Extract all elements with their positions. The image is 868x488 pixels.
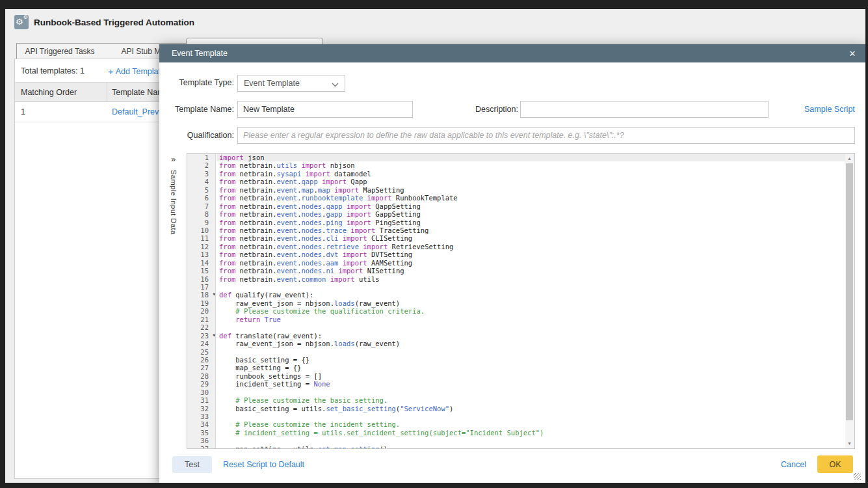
code-line[interactable]: 31 # Please customize the basic setting. [187,396,854,404]
qualification-label: Qualification: [163,131,234,140]
code-line[interactable]: 23▾def translate(raw_event): [187,332,854,340]
code-line[interactable]: 11from netbrain.event.nodes.cli import C… [187,234,854,242]
script-editor[interactable]: 1import json2from netbrain.utils import … [187,153,855,449]
code-line[interactable]: 4from netbrain.event.qapp import Qapp [187,178,854,185]
reset-script-link[interactable]: Reset Script to Default [223,460,304,469]
event-template-dialog: Event Template ✕ Template Type: Event Te… [159,44,865,483]
qualification-input[interactable] [237,127,855,144]
template-name-label: Template Name: [163,105,234,114]
code-line[interactable]: 20 # Please customize the qualification … [187,307,854,315]
code-line[interactable]: 19 raw_event_json = nbjson.loads(raw_eve… [187,299,854,307]
tab-api-triggered-tasks[interactable]: API Triggered Tasks [16,43,103,59]
code-line[interactable]: 36 [187,437,854,444]
code-line[interactable]: 9from netbrain.event.nodes.ping import P… [187,219,854,226]
code-line[interactable]: 35 # incident_setting = utils.set_incide… [187,429,854,437]
code-line[interactable]: 25 [187,348,854,356]
column-template-name: Template Nam [112,88,164,97]
dialog-header: Event Template ✕ [159,44,865,62]
code-line[interactable]: 21 return True [187,316,854,323]
dialog-title: Event Template [172,49,228,58]
code-line[interactable]: 17 [187,283,854,291]
code-line[interactable]: 29 incident_setting = None [187,380,854,388]
sample-script-link[interactable]: Sample Script [804,105,855,114]
template-type-label: Template Type: [163,78,234,87]
template-name-input[interactable] [237,101,413,118]
resize-handle[interactable] [854,473,861,480]
column-matching-order: Matching Order [21,88,77,97]
add-template-button[interactable]: +Add Templat [108,66,161,77]
chevron-down-icon [332,83,339,87]
scroll-up-icon[interactable]: ▲ [845,154,854,163]
scrollbar-thumb[interactable] [846,163,853,420]
plus-icon: + [108,66,114,77]
code-line[interactable]: 18▾def qualify(raw_event): [187,291,854,299]
code-line[interactable]: 13from netbrain.event.nodes.dvt import D… [187,251,854,258]
template-type-select[interactable]: Event Template [237,75,345,92]
code-line[interactable]: 16from netbrain.event.common import util… [187,275,854,283]
code-line[interactable]: 32 basic_setting = utils.set_basic_setti… [187,405,854,413]
expand-panel-icon[interactable]: » [171,154,176,164]
code-line[interactable]: 10from netbrain.event.nodes.trace import… [187,226,854,234]
code-line[interactable]: 6from netbrain.event.runbooktemplate imp… [187,194,854,202]
runbook-automation-icon: ⚙ ⚙ [14,15,29,29]
code-lines: 1import json2from netbrain.utils import … [187,154,854,449]
code-line[interactable]: 37 map_setting = utils.set_map_setting() [187,445,854,449]
test-button[interactable]: Test [172,456,212,473]
code-line[interactable]: 3from netbrain.sysapi import datamodel [187,170,854,178]
template-name-link[interactable]: Default_Prever [112,107,166,116]
total-templates-label: Total templates: 1 [21,66,85,75]
page-title: Runbook-Based Triggered Automation [34,18,194,27]
code-line[interactable]: 22 [187,323,854,331]
code-line[interactable]: 15from netbrain.event.nodes.ni import NI… [187,267,854,275]
code-line[interactable]: 7from netbrain.event.nodes.qapp import Q… [187,202,854,210]
code-line[interactable]: 2from netbrain.utils import nbjson [187,161,854,169]
code-line[interactable]: 8from netbrain.event.nodes.gapp import G… [187,210,854,218]
description-input[interactable] [520,101,769,118]
code-line[interactable]: 12from netbrain.event.nodes.retrieve imp… [187,243,854,251]
editor-scrollbar[interactable]: ▲ ▼ [845,154,854,448]
application-window: ⚙ ⚙ Runbook-Based Triggered Automation A… [5,9,865,483]
code-line[interactable]: 24 raw_event_json = nbjson.loads(raw_eve… [187,340,854,347]
code-line[interactable]: 14from netbrain.event.nodes.aam import A… [187,259,854,267]
cancel-button[interactable]: Cancel [781,460,806,469]
code-line[interactable]: 30 [187,388,854,396]
code-line[interactable]: 1import json [187,154,854,161]
code-line[interactable]: 5from netbrain.event.map.map import MapS… [187,186,854,194]
description-label: Description: [432,105,518,114]
sample-input-data-tab[interactable]: Sample Input Data [170,170,178,235]
code-line[interactable]: 27 map_setting = {} [187,364,854,372]
gear-icon: ⚙ [16,18,23,26]
scroll-down-icon[interactable]: ▼ [845,439,854,448]
ok-button[interactable]: OK [817,455,853,473]
column-divider [107,83,107,102]
code-line[interactable]: 33 [187,413,854,420]
code-line[interactable]: 26 basic_setting = {} [187,356,854,364]
code-line[interactable]: 28 runbook_settings = [] [187,372,854,380]
close-icon[interactable]: ✕ [847,47,858,59]
code-line[interactable]: 34 # Please customize the incident setti… [187,420,854,428]
gear-small-icon: ⚙ [23,15,28,20]
matching-order-value: 1 [21,107,25,116]
